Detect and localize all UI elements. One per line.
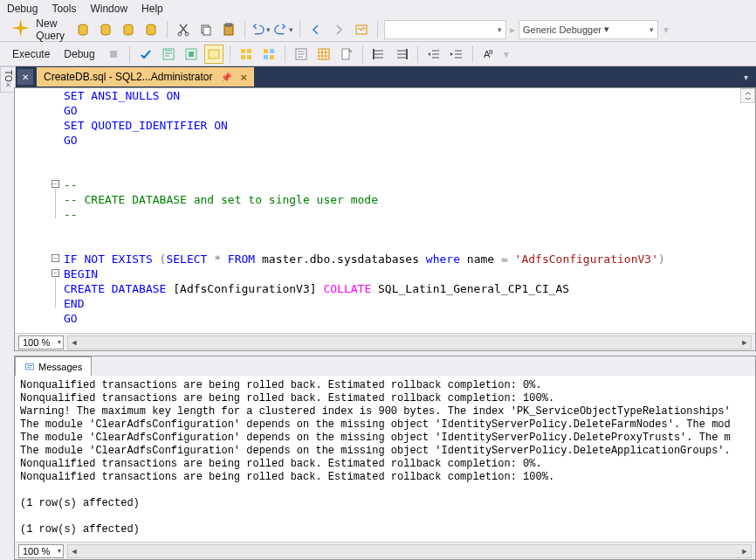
intellisense-icon[interactable] xyxy=(204,45,223,64)
scroll-right-icon[interactable]: ► xyxy=(739,336,751,349)
fold-toggle[interactable]: − xyxy=(52,180,59,188)
separator xyxy=(362,45,363,63)
separator xyxy=(285,45,285,63)
cut-icon[interactable] xyxy=(174,20,193,39)
stop-icon[interactable] xyxy=(104,45,123,64)
solution-config-combo[interactable] xyxy=(384,20,506,39)
svg-rect-17 xyxy=(209,50,219,59)
separator xyxy=(230,45,230,63)
separator xyxy=(377,21,378,38)
svg-rect-28 xyxy=(342,49,349,59)
scroll-left-icon[interactable]: ◄ xyxy=(68,545,80,557)
active-files-icon[interactable]: ▾ xyxy=(739,70,753,84)
messages-status-bar: 100 % ◄ ► xyxy=(15,542,755,559)
code-editor[interactable]: − − − SET ANSI_NULLS ON GO SET QUOTED_ID… xyxy=(14,87,756,351)
separator xyxy=(472,45,473,63)
query-options-icon[interactable] xyxy=(182,45,201,64)
nav-fwd-icon[interactable] xyxy=(329,20,348,39)
fold-toggle[interactable]: − xyxy=(52,254,59,262)
menu-bar: Debug Tools Window Help xyxy=(0,0,756,17)
svg-rect-23 xyxy=(270,49,274,53)
menu-debug[interactable]: Debug xyxy=(7,3,38,15)
svg-rect-18 xyxy=(241,49,245,53)
include-plan-icon[interactable] xyxy=(237,45,256,64)
paste-icon[interactable] xyxy=(219,20,238,39)
svg-rect-27 xyxy=(319,49,329,59)
execute-button[interactable]: Execute xyxy=(3,46,55,62)
fold-toggle[interactable]: − xyxy=(52,269,59,277)
menu-window[interactable]: Window xyxy=(90,3,127,15)
svg-rect-13 xyxy=(110,51,117,58)
scroll-left-icon[interactable]: ◄ xyxy=(68,336,80,349)
zoom-value: 100 % xyxy=(23,337,50,348)
overflow-icon[interactable]: ▾ xyxy=(504,48,509,60)
redo-icon[interactable] xyxy=(274,20,293,39)
config-arrow-icon: ▸ xyxy=(510,24,515,36)
svg-rect-10 xyxy=(226,24,231,26)
decrease-indent-icon[interactable] xyxy=(424,45,443,64)
activity-icon[interactable] xyxy=(352,20,371,39)
editor-status-bar: 100 % ◄ ► xyxy=(15,333,755,350)
svg-rect-16 xyxy=(189,52,194,57)
svg-text:B: B xyxy=(489,49,493,55)
toolbar-sql: Execute Debug AB ▾ xyxy=(0,42,756,66)
svg-rect-30 xyxy=(406,49,408,59)
tab-createdb[interactable]: CreateDB.sql - SQL2...Administrator 📌 × xyxy=(37,67,254,86)
toolbar-main: New Query ▸ Generic Debugger ▾ ▾ xyxy=(0,17,756,42)
menu-tools[interactable]: Tools xyxy=(52,3,76,15)
svg-rect-20 xyxy=(241,55,245,59)
results-file-icon[interactable] xyxy=(337,45,356,64)
db-icon-3[interactable] xyxy=(119,20,138,39)
results-tabs: Messages xyxy=(15,356,755,376)
close-icon[interactable]: × xyxy=(240,71,247,84)
document-tabs: ✕ CreateDB.sql - SQL2...Administrator 📌 … xyxy=(14,66,756,87)
collapsed-pane-label: TO xyxy=(3,70,13,82)
svg-rect-22 xyxy=(264,49,268,53)
estimated-plan-icon[interactable] xyxy=(159,45,178,64)
fold-line xyxy=(55,189,56,218)
tab-messages[interactable]: Messages xyxy=(15,356,92,376)
svg-rect-25 xyxy=(270,55,274,59)
menu-help[interactable]: Help xyxy=(141,3,163,15)
separator xyxy=(129,45,130,63)
results-grid-icon[interactable] xyxy=(314,45,333,64)
copy-icon[interactable] xyxy=(196,20,216,39)
db-icon-4[interactable] xyxy=(141,20,161,39)
sparkle-icon xyxy=(9,17,32,41)
parse-icon[interactable] xyxy=(136,45,155,64)
debug-target-combo[interactable]: Generic Debugger ▾ xyxy=(519,20,658,39)
code-content[interactable]: SET ANSI_NULLS ON GO SET QUOTED_IDENTIFI… xyxy=(62,88,755,333)
db-icon-2[interactable] xyxy=(96,20,115,39)
uncomment-icon[interactable] xyxy=(392,45,411,64)
results-text-icon[interactable] xyxy=(292,45,311,64)
tab-scroll-left[interactable]: ✕ xyxy=(17,69,33,85)
zoom-combo[interactable]: 100 % xyxy=(18,335,64,349)
zoom-combo-messages[interactable]: 100 % xyxy=(18,544,64,558)
scroll-right-icon[interactable]: ► xyxy=(739,545,751,557)
new-query-button[interactable]: New Query xyxy=(3,16,70,44)
execute-label: Execute xyxy=(12,48,50,60)
messages-output[interactable]: Nonqualified transactions are being roll… xyxy=(15,376,755,542)
horizontal-scrollbar[interactable]: ◄ ► xyxy=(67,335,752,349)
undo-icon[interactable] xyxy=(251,20,271,39)
horizontal-scrollbar[interactable]: ◄ ► xyxy=(67,544,752,558)
tab-title: CreateDB.sql - SQL2...Administrator xyxy=(44,71,212,83)
fold-line xyxy=(55,278,56,308)
increase-indent-icon[interactable] xyxy=(447,45,466,64)
separator xyxy=(244,21,245,38)
pin-icon[interactable]: 📌 xyxy=(221,73,231,82)
new-query-label: New Query xyxy=(36,17,65,42)
messages-icon xyxy=(24,362,35,372)
comment-icon[interactable] xyxy=(369,45,388,64)
results-pane: Messages Nonqualified transactions are b… xyxy=(14,356,756,560)
db-icon-1[interactable] xyxy=(73,20,93,39)
separator xyxy=(299,21,300,38)
svg-rect-8 xyxy=(203,27,210,35)
include-stats-icon[interactable] xyxy=(259,45,278,64)
messages-tab-label: Messages xyxy=(38,362,82,372)
specify-values-icon[interactable]: AB xyxy=(479,45,498,64)
nav-back-icon[interactable] xyxy=(306,20,326,39)
debug-button[interactable]: Debug xyxy=(58,46,100,62)
overflow-icon[interactable]: ▾ xyxy=(663,24,669,36)
svg-rect-29 xyxy=(373,49,375,59)
